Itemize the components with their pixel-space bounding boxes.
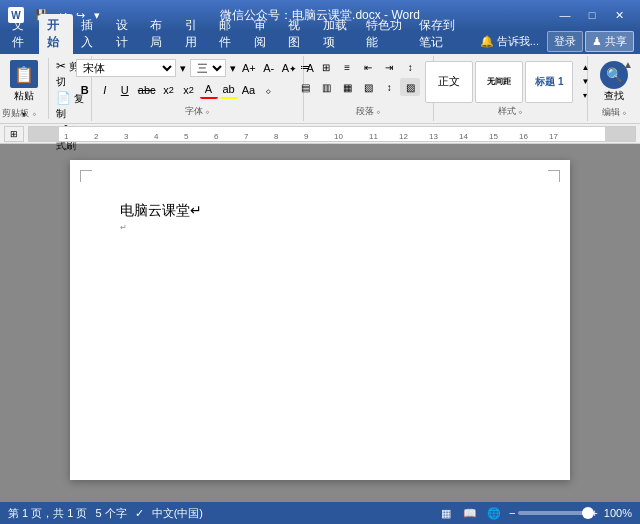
font-size-select[interactable]: 三号 [190, 59, 226, 77]
window-title: 微信公众号：电脑云课堂.docx - Word [220, 7, 420, 24]
normal-style-item[interactable]: 正文 [425, 61, 473, 103]
ribbon-collapse-button[interactable]: ▲ [620, 56, 636, 72]
ribbon-right-area: 🔔 告诉我... 登录 ♟ 共享 [474, 31, 640, 54]
font-expand-icon[interactable]: ⬦ [260, 81, 278, 99]
read-mode-button[interactable]: 📖 [461, 506, 479, 520]
bullets-button[interactable]: ≔ [295, 58, 315, 76]
page-info: 第 1 页，共 1 页 [8, 506, 87, 521]
tab-savenotes[interactable]: 保存到笔记 [411, 14, 473, 54]
paste-label: 粘贴 [14, 89, 34, 103]
page-content[interactable]: 电脑云课堂↵ ↵ [120, 200, 520, 235]
language-check-icon: ✓ [135, 507, 144, 520]
maximize-button[interactable]: □ [579, 5, 605, 25]
paragraph-group: ≔ ⊞ ≡ ⇤ ⇥ ↕ ¶ ▤ ▥ ▦ ▧ ↕ ▨ ⊟ 段落 ⬦ [304, 56, 434, 121]
tab-references[interactable]: 引用 [177, 14, 212, 54]
increase-indent-button[interactable]: ⇥ [379, 58, 399, 76]
numbering-button[interactable]: ⊞ [316, 58, 336, 76]
font-size-expand-icon[interactable]: ▾ [178, 62, 188, 75]
tab-layout[interactable]: 布局 [142, 14, 177, 54]
tab-insert[interactable]: 插入 [73, 14, 108, 54]
zoom-minus-button[interactable]: − [509, 507, 515, 519]
font-group-expand-icon[interactable]: ⬦ [205, 107, 210, 116]
font-group: 宋体 ▾ 三号 ▾ A+ A- A✦ A B I U abc x2 x2 A [92, 56, 303, 121]
paragraph-group-expand-icon[interactable]: ⬦ [376, 107, 381, 116]
font-color-button[interactable]: A [200, 81, 218, 99]
zoom-percent: 100% [604, 507, 632, 519]
paste-icon: 📋 [10, 60, 38, 88]
language-label: 中文(中国) [152, 506, 203, 521]
tell-me-button[interactable]: 🔔 告诉我... [474, 32, 545, 51]
bold-button[interactable]: B [76, 81, 94, 99]
style-gallery: 正文 无间距 标题 1 ▲ ▼ ▾ [425, 61, 595, 103]
underline-button[interactable]: U [116, 81, 134, 99]
decrease-indent-button[interactable]: ⇤ [358, 58, 378, 76]
page-corner-top-left [80, 170, 92, 182]
heading1-style-item[interactable]: 标题 1 [525, 61, 573, 103]
styles-group-expand-icon[interactable]: ⬦ [518, 107, 523, 116]
change-case-button[interactable]: Aa [240, 81, 258, 99]
zoom-area: − + 100% [509, 507, 632, 519]
align-center-button[interactable]: ▥ [316, 78, 336, 96]
close-button[interactable]: ✕ [606, 5, 632, 25]
content-line-1[interactable]: 电脑云课堂↵ [120, 200, 520, 222]
tab-file[interactable]: 文件 [4, 14, 39, 54]
superscript-button[interactable]: x2 [180, 81, 198, 99]
print-layout-view-button[interactable]: ▦ [437, 506, 455, 520]
status-right-area: ▦ 📖 🌐 − + 100% [437, 506, 632, 520]
ruler-toggle-button[interactable]: ⊞ [4, 126, 24, 142]
no-spacing-style-item[interactable]: 无间距 [475, 61, 523, 103]
increase-font-button[interactable]: A+ [240, 59, 258, 77]
styles-group: 正文 无间距 标题 1 ▲ ▼ ▾ 样式 ⬦ [434, 56, 588, 121]
line-spacing-button[interactable]: ↕ [379, 78, 399, 96]
font-name-select[interactable]: 宋体 [76, 59, 176, 77]
subscript-button[interactable]: x2 [160, 81, 178, 99]
highlight-button[interactable]: ab [220, 81, 238, 99]
italic-button[interactable]: I [96, 81, 114, 99]
copy-icon: 📄 [56, 91, 71, 105]
page-corner-top-right [548, 170, 560, 182]
paragraph-group-label: 段落 ⬦ [356, 105, 381, 119]
paste-button[interactable]: 📋 粘贴 [4, 58, 44, 105]
ribbon-tab-bar: 文件 开始 插入 设计 布局 引用 邮件 审阅 视图 加载项 特色功能 保存到笔… [0, 30, 640, 54]
content-line-2: ↵ [120, 222, 520, 235]
clipboard-expand-icon[interactable]: ⬦ [32, 109, 37, 118]
justify-button[interactable]: ▧ [358, 78, 378, 96]
editing-group-label: 编辑 ⬦ [602, 106, 627, 120]
align-left-button[interactable]: ▤ [295, 78, 315, 96]
status-bar: 第 1 页，共 1 页 5 个字 ✓ 中文(中国) ▦ 📖 🌐 − + 100% [0, 502, 640, 524]
minimize-button[interactable]: — [552, 5, 578, 25]
tab-design[interactable]: 设计 [108, 14, 143, 54]
ruler-area: ⊞ 1 2 3 4 5 6 7 8 9 10 11 12 13 14 15 16… [0, 124, 640, 144]
strikethrough-button[interactable]: abc [136, 81, 158, 99]
share-button[interactable]: ♟ 共享 [585, 31, 634, 52]
decrease-font-button[interactable]: A- [260, 59, 278, 77]
document-area[interactable]: 电脑云课堂↵ ↵ [0, 144, 640, 502]
login-button[interactable]: 登录 [547, 31, 583, 52]
web-layout-button[interactable]: 🌐 [485, 506, 503, 520]
document-page[interactable]: 电脑云课堂↵ ↵ [70, 160, 570, 480]
tab-home[interactable]: 开始 [39, 14, 74, 54]
font-group-label: 字体 ⬦ [185, 105, 210, 119]
editing-group-expand-icon[interactable]: ⬦ [622, 108, 627, 117]
zoom-slider[interactable] [518, 511, 588, 515]
align-right-button[interactable]: ▦ [337, 78, 357, 96]
styles-group-label: 样式 ⬦ [498, 105, 523, 119]
sort-button[interactable]: ↕ [400, 58, 420, 76]
horizontal-ruler: 1 2 3 4 5 6 7 8 9 10 11 12 13 14 15 16 1… [28, 126, 636, 142]
ribbon-toolbar: 📋 粘贴 ▾ ✂ 剪切 📄 复制 🖌 格式刷 剪贴板 ⬦ [0, 54, 640, 124]
word-count: 5 个字 [95, 506, 126, 521]
window-controls: — □ ✕ [552, 5, 632, 25]
shading-button[interactable]: ▨ [400, 78, 420, 96]
scissors-icon: ✂ [56, 59, 66, 73]
font-size-expand2-icon[interactable]: ▾ [228, 62, 238, 75]
multilevel-button[interactable]: ≡ [337, 58, 357, 76]
clipboard-group-label: 剪贴板 ⬦ [2, 107, 37, 120]
